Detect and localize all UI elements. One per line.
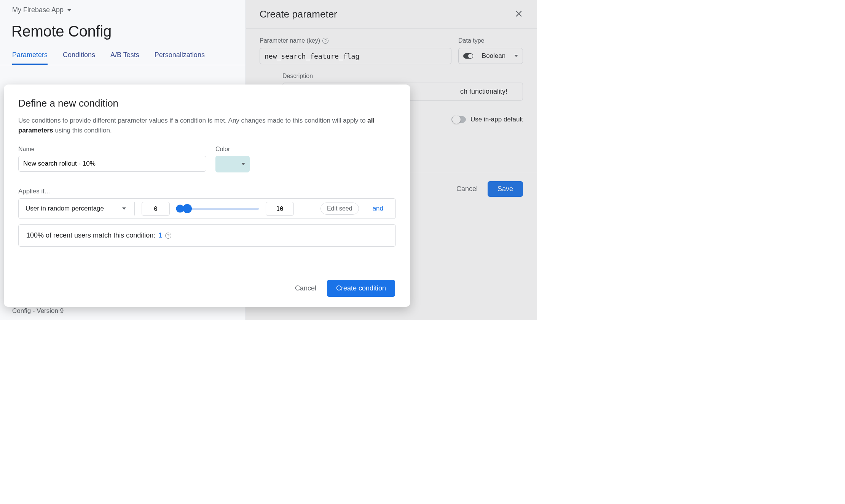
name-label: Name <box>18 146 206 153</box>
define-condition-modal: Define a new condition Use conditions to… <box>4 85 410 307</box>
project-picker[interactable]: My Firebase App <box>12 6 71 14</box>
page-title: Remote Config <box>11 23 112 40</box>
boolean-icon <box>463 53 473 59</box>
help-icon[interactable]: ? <box>322 38 328 44</box>
data-type-value: Boolean <box>482 52 505 60</box>
color-select[interactable] <box>215 156 250 172</box>
tab-parameters[interactable]: Parameters <box>12 51 48 65</box>
rule-type-label: User in random percentage <box>26 205 104 212</box>
match-summary: 100% of recent users match this conditio… <box>18 224 396 247</box>
caret-down-icon <box>241 163 245 165</box>
tab-conditions[interactable]: Conditions <box>63 51 95 65</box>
slider-thumb-high[interactable] <box>183 204 192 213</box>
caret-down-icon <box>514 55 518 57</box>
tabs: Parameters Conditions A/B Tests Personal… <box>12 51 205 65</box>
panel-title: Create parameter <box>260 8 337 20</box>
tab-personalizations[interactable]: Personalizations <box>155 51 205 65</box>
color-label: Color <box>215 146 250 153</box>
use-default-toggle[interactable] <box>451 116 466 123</box>
close-icon[interactable] <box>515 10 523 19</box>
project-name: My Firebase App <box>12 6 64 14</box>
percentile-high-input[interactable] <box>266 202 294 216</box>
applies-if-label: Applies if... <box>18 188 396 195</box>
modal-subtext: Use conditions to provide different para… <box>18 116 384 135</box>
modal-subtext-pre: Use conditions to provide different para… <box>18 117 367 124</box>
condition-rule: User in random percentage Edit seed and <box>18 198 396 219</box>
help-icon[interactable]: ? <box>165 233 171 239</box>
add-and-clause[interactable]: and <box>366 205 390 212</box>
rule-type-select[interactable]: User in random percentage <box>26 202 135 215</box>
create-condition-button[interactable]: Create condition <box>327 280 395 297</box>
color-field: Color <box>215 146 250 172</box>
name-field: Name <box>18 146 206 172</box>
match-count: 1 <box>158 231 162 239</box>
description-label: Description <box>282 73 523 80</box>
use-default-label: Use in-app default <box>470 116 523 123</box>
cancel-button[interactable]: Cancel <box>456 185 478 193</box>
param-name-input[interactable]: new_search_feature_flag <box>260 48 451 64</box>
tab-abtests[interactable]: A/B Tests <box>110 51 139 65</box>
param-name-label: Parameter name (key) <box>260 37 320 44</box>
modal-title: Define a new condition <box>18 97 396 109</box>
save-button[interactable]: Save <box>488 181 523 197</box>
data-type-select[interactable]: Boolean <box>458 48 523 64</box>
config-version: Config - Version 9 <box>12 307 64 315</box>
percentile-slider[interactable] <box>177 208 259 210</box>
match-text: 100% of recent users match this conditio… <box>26 231 155 239</box>
caret-down-icon <box>122 207 126 210</box>
caret-down-icon <box>67 9 71 11</box>
modal-cancel-button[interactable]: Cancel <box>295 284 316 292</box>
condition-name-input[interactable] <box>18 156 206 172</box>
modal-subtext-post: using this condition. <box>53 127 112 134</box>
percentile-low-input[interactable] <box>142 202 170 216</box>
edit-seed-button[interactable]: Edit seed <box>320 203 359 215</box>
tab-underline <box>0 65 246 65</box>
data-type-label: Data type <box>458 37 523 44</box>
